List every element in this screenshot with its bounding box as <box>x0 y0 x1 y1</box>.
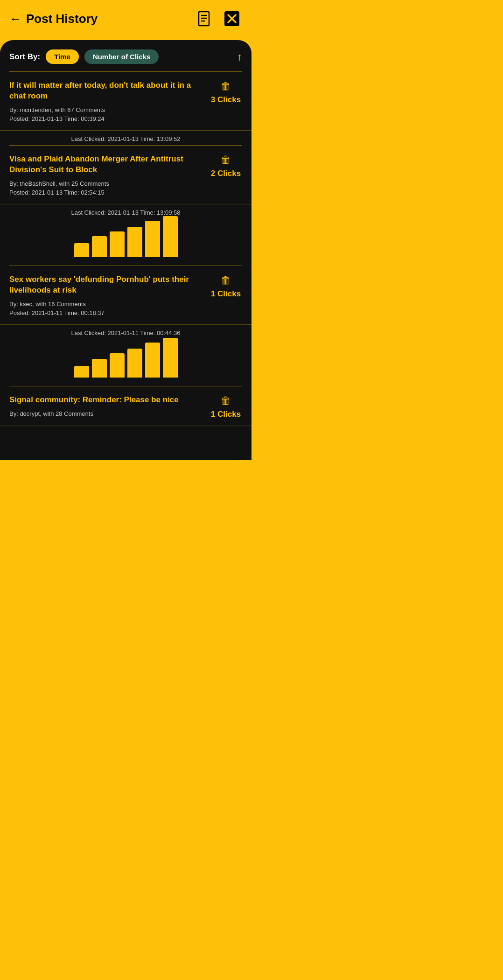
post-by: By: mcrittenden, with 67 Comments <box>9 105 205 115</box>
post-right: 🗑 3 Clicks <box>210 80 242 105</box>
divider-top <box>9 71 242 72</box>
post-title[interactable]: Visa and Plaid Abandon Merger After Anti… <box>9 154 205 175</box>
last-clicked-2: Last Clicked: 2021-01-13 Time: 13:09:58 <box>0 204 251 219</box>
bar <box>110 353 125 378</box>
header-icons <box>195 8 242 29</box>
delete-post-button[interactable]: 🗑 <box>221 274 231 287</box>
divider-1 <box>9 145 242 146</box>
bar <box>92 236 107 257</box>
divider-2 <box>9 266 242 266</box>
post-right: 🗑 1 Clicks <box>210 274 242 299</box>
post-content: Sex workers say 'defunding Pornhub' puts… <box>9 274 205 318</box>
post-content: Signal community: Reminder: Please be ni… <box>9 395 205 418</box>
sort-clicks-button[interactable]: Number of Clicks <box>84 49 159 64</box>
delete-all-button[interactable] <box>222 8 242 29</box>
post-content: Visa and Plaid Abandon Merger After Anti… <box>9 154 205 197</box>
bar <box>145 343 160 378</box>
page-title: Post History <box>26 12 98 26</box>
back-button[interactable]: ← <box>9 12 21 26</box>
bar <box>127 349 142 378</box>
post-item: Sex workers say 'defunding Pornhub' puts… <box>0 266 251 325</box>
main-content: Sort By: Time Number of Clicks ↑ If it w… <box>0 40 251 460</box>
bar <box>110 231 125 257</box>
post-title[interactable]: Sex workers say 'defunding Pornhub' puts… <box>9 274 205 296</box>
delete-post-button[interactable]: 🗑 <box>221 154 231 166</box>
click-count: 1 Clicks <box>211 289 241 299</box>
last-clicked-1: Last Clicked: 2021-01-13 Time: 13:09:52 <box>0 131 251 145</box>
header: ← Post History <box>0 0 251 40</box>
post-by: By: theBashShell, with 25 Comments <box>9 179 205 189</box>
post-item: Visa and Plaid Abandon Merger After Anti… <box>0 146 251 204</box>
document-button[interactable] <box>195 8 215 29</box>
delete-post-button[interactable]: 🗑 <box>221 395 231 407</box>
click-count: 2 Clicks <box>211 169 241 178</box>
sort-time-button[interactable]: Time <box>46 49 79 64</box>
post-posted: Posted: 2021-01-11 Time: 00:18:37 <box>9 308 205 318</box>
sort-label: Sort By: <box>9 52 40 62</box>
last-clicked-3: Last Clicked: 2021-01-11 Time: 00:44:36 <box>0 325 251 339</box>
post-right: 🗑 2 Clicks <box>210 154 242 178</box>
post-title[interactable]: If it will matter after today, don't tal… <box>9 80 205 102</box>
click-chart-3 <box>0 339 251 386</box>
delete-post-button[interactable]: 🗑 <box>221 80 231 92</box>
sort-bar: Sort By: Time Number of Clicks ↑ <box>0 40 251 71</box>
post-item: If it will matter after today, don't tal… <box>0 72 251 131</box>
click-chart-2 <box>0 219 251 266</box>
header-left: ← Post History <box>9 12 98 26</box>
bar <box>74 243 89 257</box>
post-right: 🗑 1 Clicks <box>210 395 242 419</box>
sort-direction-icon[interactable]: ↑ <box>237 51 242 63</box>
bar <box>74 366 89 378</box>
bar <box>145 221 160 257</box>
click-count: 1 Clicks <box>211 410 241 419</box>
post-by: By: decrypt, with 28 Comments <box>9 409 205 419</box>
post-posted: Posted: 2021-01-13 Time: 00:39:24 <box>9 114 205 124</box>
post-title[interactable]: Signal community: Reminder: Please be ni… <box>9 395 205 406</box>
post-item: Signal community: Reminder: Please be ni… <box>0 386 251 426</box>
click-count: 3 Clicks <box>211 95 241 105</box>
bar <box>163 216 178 257</box>
divider-3 <box>9 386 242 386</box>
post-by: By: ksec, with 16 Comments <box>9 300 205 309</box>
bar <box>92 359 107 378</box>
bar <box>163 338 178 378</box>
post-content: If it will matter after today, don't tal… <box>9 80 205 124</box>
bar <box>127 227 142 257</box>
post-posted: Posted: 2021-01-13 Time: 02:54:15 <box>9 188 205 197</box>
